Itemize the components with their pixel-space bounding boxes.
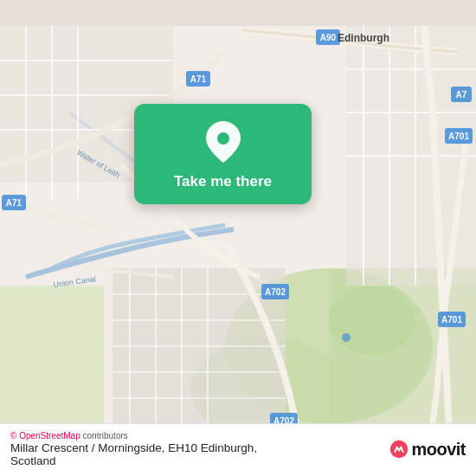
moovit-logo: moovit <box>389 440 466 460</box>
location-name: Millar Crescent / Morningside, EH10 Edin… <box>10 441 257 467</box>
bottom-left-info: © OpenStreetMap contributors Millar Cres… <box>10 431 257 467</box>
location-name-text: Millar Crescent / Morningside, EH10 Edin… <box>10 441 257 454</box>
osm-link[interactable]: © OpenStreetMap <box>10 431 80 441</box>
location-sub-text: Scotland <box>10 454 56 467</box>
svg-text:A702: A702 <box>265 287 286 297</box>
map-container: A90 A7 A71 A71 A701 A701 A702 A702 Union… <box>0 0 476 476</box>
attribution-suffix: contributors <box>83 431 128 441</box>
svg-text:A71: A71 <box>6 198 23 208</box>
location-pin-icon <box>201 119 246 164</box>
moovit-brand-text: moovit <box>411 440 466 460</box>
take-me-button-label: Take me there <box>174 173 272 190</box>
svg-text:A701: A701 <box>448 132 469 141</box>
svg-point-51 <box>217 132 229 145</box>
moovit-icon <box>389 440 408 459</box>
svg-text:Edinburgh: Edinburgh <box>338 32 389 44</box>
svg-text:A7: A7 <box>456 90 467 100</box>
bottom-bar: © OpenStreetMap contributors Millar Cres… <box>0 423 476 476</box>
svg-text:A71: A71 <box>190 74 207 84</box>
svg-point-50 <box>342 333 351 342</box>
svg-text:A701: A701 <box>441 315 462 325</box>
map-background: A90 A7 A71 A71 A701 A701 A702 A702 Union… <box>0 0 476 476</box>
svg-text:A90: A90 <box>320 33 337 42</box>
take-me-card[interactable]: Take me there <box>134 104 312 204</box>
map-attribution: © OpenStreetMap contributors <box>10 431 257 441</box>
